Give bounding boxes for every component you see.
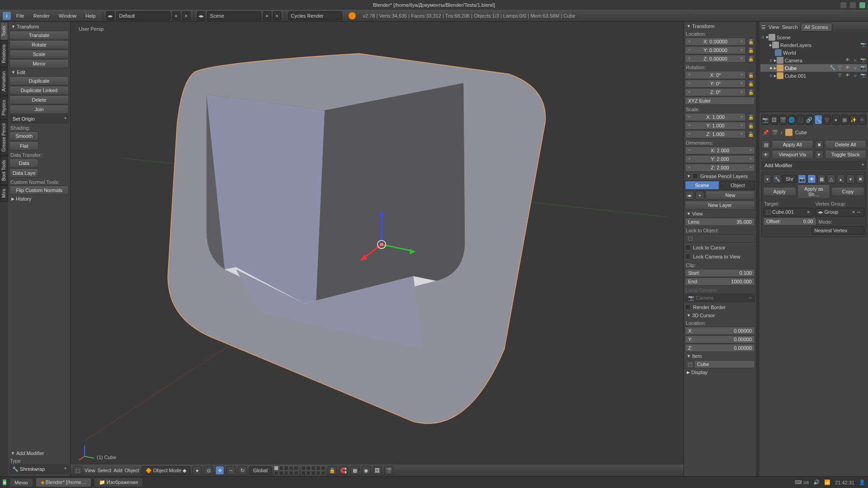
scene-del-icon[interactable]: × xyxy=(273,11,281,20)
mirror-button[interactable]: Mirror xyxy=(9,59,69,68)
prop-tab-render[interactable]: 📷 xyxy=(761,115,769,125)
dim-z-field[interactable]: ◂Z: 2.000▸ xyxy=(685,164,755,172)
lock-icon[interactable]: 🔓 xyxy=(747,80,755,88)
outliner-search-menu[interactable]: Search xyxy=(782,24,798,30)
scene-dropdown[interactable]: Scene xyxy=(207,11,261,20)
rotation-mode-dropdown[interactable]: XYZ Euler xyxy=(685,97,755,105)
tab-tools[interactable]: Tools xyxy=(0,22,8,40)
layer-buttons[interactable] xyxy=(274,466,326,475)
transform-panel-header[interactable]: ▼Transform xyxy=(685,23,755,30)
menu-view[interactable]: View xyxy=(85,468,95,473)
data-button[interactable]: Data xyxy=(9,159,38,168)
prop-tab-texture[interactable]: ▦ xyxy=(841,115,849,125)
tray-clock[interactable]: 21:42:31 xyxy=(835,480,854,485)
view-panel-header[interactable]: ▼View xyxy=(685,210,755,217)
taskbar-menu[interactable]: Меню xyxy=(10,479,33,487)
menu-window[interactable]: Window xyxy=(55,12,80,20)
operator-panel-header[interactable]: ▼Add Modifier xyxy=(9,450,69,457)
display-mode-dropdown[interactable]: All Scenes xyxy=(801,23,832,32)
tab-relations[interactable]: Relations xyxy=(0,40,8,67)
dim-x-field[interactable]: ◂X: 2.000▸ xyxy=(685,146,755,155)
prop-tab-material[interactable]: ● xyxy=(832,115,840,125)
proportional-icon[interactable]: ◉ xyxy=(362,466,371,475)
lock-icon[interactable]: 🔓 xyxy=(747,71,755,79)
menu-render[interactable]: Render xyxy=(30,12,53,20)
scene-browse-icon[interactable]: ◂▸ xyxy=(197,11,205,20)
prop-tab-physics[interactable]: ⚛ xyxy=(859,115,867,125)
vgroup-field[interactable]: ◂▸ Group× ↔ xyxy=(815,208,865,216)
viewport-vis-button[interactable]: Viewport Vis xyxy=(772,150,813,159)
orientation-dropdown[interactable]: Global xyxy=(249,466,272,474)
modifier-name-field[interactable]: Shr xyxy=(783,175,797,183)
viewport-shading-icon[interactable]: ● xyxy=(193,466,202,475)
scale-z-field[interactable]: ◂Z: 1.000▸ xyxy=(685,130,746,138)
outliner-view-menu[interactable]: View xyxy=(769,24,779,30)
cage-icon[interactable]: △ xyxy=(827,174,835,183)
lock-camera-checkbox[interactable] xyxy=(685,253,691,259)
prop-tab-modifiers[interactable]: 🔧 xyxy=(814,115,822,125)
gp-object-tab[interactable]: Object xyxy=(721,181,755,190)
toggle-stack-button[interactable]: Toggle Stack xyxy=(825,150,867,159)
set-origin-dropdown[interactable]: Set Origin xyxy=(9,114,69,123)
edit-panel-header[interactable]: ▼Edit xyxy=(9,69,69,76)
duplicate-linked-button[interactable]: Duplicate Linked xyxy=(9,86,69,95)
minimize-button[interactable] xyxy=(840,2,846,8)
maximize-button[interactable] xyxy=(850,2,856,8)
screen-layout-dropdown[interactable]: Default xyxy=(116,11,170,20)
grease-pencil-header[interactable]: ▼Grease Pencil Layers xyxy=(685,172,755,180)
clip-start-field[interactable]: Start:0.100 xyxy=(685,269,755,277)
lock-icon[interactable]: 🔓 xyxy=(747,113,755,121)
add-modifier-dropdown[interactable]: Add Modifier xyxy=(761,161,866,170)
mode-dropdown[interactable]: Nearest Vertex xyxy=(811,226,865,235)
delete-button[interactable]: Delete xyxy=(9,95,69,104)
rotate-button[interactable]: Rotate xyxy=(9,40,69,49)
gp-add-icon[interactable]: + xyxy=(695,191,704,200)
render-preview-icon[interactable]: 🖼 xyxy=(373,466,382,475)
tab-animation[interactable]: Animation xyxy=(0,67,8,95)
prop-tab-data[interactable]: ▽ xyxy=(823,115,831,125)
data-layout-button[interactable]: Data Layo xyxy=(9,169,38,178)
menu-add[interactable]: Add xyxy=(113,468,123,473)
transform-panel-header[interactable]: ▼Transform xyxy=(9,23,69,30)
menu-help[interactable]: Help xyxy=(82,12,99,20)
vis-icon[interactable]: 👁 xyxy=(761,150,770,159)
scale-x-field[interactable]: ◂X: 1.000▸ xyxy=(685,113,746,121)
apply-button[interactable]: Apply xyxy=(763,187,796,196)
menu-file[interactable]: File xyxy=(13,12,28,20)
manipulator-rotate-icon[interactable]: ↻ xyxy=(238,466,247,475)
move-up-icon[interactable]: ▴ xyxy=(837,174,845,183)
prop-tab-layers[interactable]: 🖼 xyxy=(770,115,778,125)
rotation-x-field[interactable]: ◂X: 0°▸ xyxy=(685,71,746,79)
rotation-z-field[interactable]: ◂Z: 0°▸ xyxy=(685,88,746,96)
lock-icon[interactable]: 🔓 xyxy=(747,46,755,54)
lock-cursor-checkbox[interactable] xyxy=(685,244,691,250)
prop-tab-object[interactable]: ⬚ xyxy=(797,115,805,125)
lock-layers-icon[interactable]: 🔒 xyxy=(328,466,337,475)
item-panel-header[interactable]: ▼Item xyxy=(685,352,755,360)
scale-button[interactable]: Scale xyxy=(9,50,69,59)
viewport-vis-icon[interactable]: 👁 xyxy=(807,174,816,183)
apply-all-button[interactable]: Apply All xyxy=(772,140,813,149)
render-border-checkbox[interactable] xyxy=(685,304,691,310)
gp-browse-icon[interactable]: ◂▸ xyxy=(685,191,694,200)
manipulator-translate-icon[interactable]: ↔ xyxy=(226,466,236,475)
snap-type-icon[interactable]: ▦ xyxy=(350,466,359,475)
cursor-y-field[interactable]: Y:0.00000 xyxy=(685,335,755,343)
cursor-x-field[interactable]: X:0.00000 xyxy=(685,327,755,335)
manipulator-icon[interactable]: ✥ xyxy=(215,466,224,475)
close-button[interactable] xyxy=(859,2,865,8)
expand-icon[interactable]: ▤ xyxy=(761,140,770,149)
scene-add-icon[interactable]: + xyxy=(263,11,271,20)
duplicate-button[interactable]: Duplicate xyxy=(9,76,69,85)
prop-tab-constraints[interactable]: 🔗 xyxy=(806,115,814,125)
modifier-type-dropdown[interactable]: 🔧 Shrinkwrap xyxy=(9,465,69,474)
start-menu-icon[interactable]: ◆ xyxy=(3,479,6,485)
taskbar-images[interactable]: 📁 Изображения xyxy=(94,478,142,487)
tab-physics[interactable]: Physics xyxy=(0,96,8,119)
tray-volume-icon[interactable]: 🔊 xyxy=(813,479,820,485)
cursor-z-field[interactable]: Z:0.00000 xyxy=(685,344,755,352)
lock-object-field[interactable]: ⬚ xyxy=(685,234,755,243)
lock-icon[interactable]: 🔓 xyxy=(747,130,755,138)
tray-user-icon[interactable]: 👤 xyxy=(859,479,865,485)
copy-button[interactable]: Copy xyxy=(831,187,864,196)
